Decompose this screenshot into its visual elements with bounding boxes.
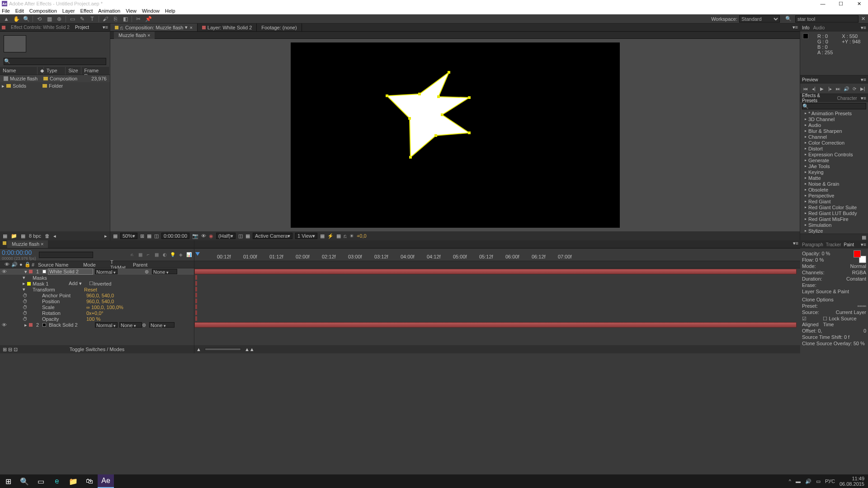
effects-category[interactable]: Red Giant	[800, 198, 868, 204]
effects-category[interactable]: Simulation	[800, 222, 868, 228]
project-search-input[interactable]: 🔍	[4, 58, 106, 65]
stopwatch-icon[interactable]: ⏱	[23, 305, 28, 310]
composition-viewport[interactable]	[110, 39, 800, 231]
edge-icon[interactable]: e	[49, 474, 65, 488]
flowchart-icon[interactable]: ⎌	[344, 233, 347, 239]
fast-preview-icon[interactable]: ⚡	[327, 233, 334, 239]
effects-category[interactable]: Keying	[800, 169, 868, 175]
tab-audio[interactable]: Audio	[813, 25, 825, 30]
pixel-aspect-icon[interactable]: ▦	[320, 233, 325, 239]
bpc-label[interactable]: 8 bpc	[29, 233, 41, 239]
menu-edit[interactable]: Edit	[15, 8, 24, 14]
tab-footage[interactable]: Footage: (none)	[257, 23, 302, 31]
col-source-name[interactable]: Source Name	[35, 262, 80, 267]
explorer-icon[interactable]: 📁	[65, 474, 81, 488]
panel-menu-icon[interactable]: ▾≡	[861, 95, 866, 101]
layer-name[interactable]: Black Solid 2	[48, 322, 93, 328]
opacity-value[interactable]: 100 %	[86, 316, 100, 322]
effects-category[interactable]: Noise & Grain	[800, 181, 868, 187]
timeline-switches-icon[interactable]: ⊞ ⊟ ⊡	[3, 347, 18, 352]
effects-category[interactable]: Color Correction	[800, 140, 868, 145]
lock-checkbox[interactable]: Lock Source Time	[823, 316, 856, 327]
effects-category[interactable]: Matte	[800, 175, 868, 181]
parent-pickwhip-icon[interactable]: ⊚	[145, 269, 150, 275]
anchor-value[interactable]: 960,0, 540,0	[86, 293, 114, 298]
grid-icon[interactable]: ▦	[147, 233, 151, 239]
camera-select[interactable]: Active Camera ▾	[253, 233, 292, 239]
prop-masks[interactable]: ▾Masks	[0, 275, 194, 281]
panel-menu-icon[interactable]: ▾≡	[791, 24, 800, 30]
panel-menu-icon[interactable]: ▾≡	[103, 24, 108, 30]
menu-composition[interactable]: Composition	[29, 8, 57, 14]
tab-layer[interactable]: Layer: White Solid 2	[198, 23, 257, 31]
menu-view[interactable]: View	[126, 8, 137, 14]
close-button[interactable]: ✕	[850, 0, 868, 7]
blend-mode-select[interactable]: Normal ▾	[95, 269, 118, 274]
position-value[interactable]: 960,0, 540,0	[86, 299, 114, 304]
prev-frame-button[interactable]: ◂|	[811, 85, 817, 92]
prop-scale[interactable]: ⏱Scale∞ 100,0, 100,0%	[0, 304, 194, 310]
layer-row-white-solid[interactable]: 👁 ▾ 1 White Solid 2 Normal ▾ ⊚ None ▾	[0, 268, 194, 275]
close-tab-icon[interactable]: ×	[189, 25, 192, 30]
offset-value[interactable]: Offset: 0,	[802, 328, 822, 333]
scale-value[interactable]: ∞ 100,0, 100,0%	[86, 305, 123, 310]
effects-category[interactable]: Expression Controls	[800, 151, 868, 157]
brush-tool-icon[interactable]: 🖌	[102, 15, 109, 23]
stopwatch-icon[interactable]: ⏱	[23, 299, 28, 304]
tab-tracker[interactable]: Tracker	[826, 242, 841, 247]
tab-info[interactable]: Info	[802, 25, 810, 30]
prop-opacity[interactable]: ⏱Opacity100 %	[0, 316, 194, 322]
notification-icon[interactable]: ▭	[816, 479, 821, 484]
menu-effect[interactable]: Effect	[80, 8, 93, 14]
interpret-icon[interactable]: ▦	[3, 233, 7, 239]
project-item-muzzle-flash[interactable]: Muzzle flash Composition 23,976	[0, 75, 110, 82]
effects-category[interactable]: Red Giant Color Suite	[800, 204, 868, 210]
timeline-tab[interactable]: Muzzle flash ×	[7, 240, 48, 248]
close-icon[interactable]: ×	[41, 241, 43, 247]
stopwatch-icon[interactable]: ⏱	[23, 293, 28, 298]
mask-icon[interactable]: ◫	[154, 233, 159, 239]
effects-category[interactable]: Stylize	[800, 228, 868, 234]
clone-tool-icon[interactable]: ⎘	[112, 15, 119, 23]
new-comp-icon[interactable]: ▦	[21, 233, 25, 239]
panel-menu-icon[interactable]: ▾≡	[861, 77, 866, 83]
zoom-out-icon[interactable]: ▲	[196, 347, 201, 352]
tab-preview[interactable]: Preview	[802, 77, 818, 82]
paint-mode-select[interactable]: Normal	[850, 263, 866, 269]
blend-mode-select[interactable]: Normal ▾	[95, 322, 118, 328]
transparency-icon[interactable]: ▦	[245, 233, 250, 239]
timeline-search-input[interactable]	[39, 252, 93, 258]
source-select[interactable]: Current Layer	[836, 310, 866, 315]
channel-icon[interactable]: ◉	[209, 233, 213, 239]
col-type[interactable]: Type	[44, 67, 66, 75]
twirl-icon[interactable]: ▸	[23, 281, 25, 286]
tab-character[interactable]: Character	[837, 96, 857, 101]
toggle-switches-button[interactable]: Toggle Switches / Modes	[70, 347, 125, 352]
start-button[interactable]: ⊞	[0, 474, 16, 488]
col-name[interactable]: Name	[0, 67, 38, 75]
tab-composition[interactable]: ⎌ Composition: Muzzle flash ▾ ×	[110, 23, 198, 31]
zoom-tool-icon[interactable]: 🔍	[23, 15, 30, 23]
next-frame-button[interactable]: |▸	[827, 85, 833, 92]
auto-keyframe-icon[interactable]: ◈	[178, 252, 184, 258]
zoom-select[interactable]: 50% ▾	[120, 233, 137, 239]
aligned-checkbox[interactable]: Aligned	[802, 322, 819, 327]
maximize-button[interactable]: ☐	[832, 0, 850, 7]
after-effects-icon[interactable]: Ae	[98, 474, 114, 488]
menu-animation[interactable]: Animation	[98, 8, 120, 14]
mask-star-shape[interactable]	[383, 70, 474, 160]
network-icon[interactable]: ▬	[796, 479, 801, 484]
parent-pickwhip-icon[interactable]: ⊚	[142, 322, 147, 328]
snapshot-icon[interactable]: 📷	[192, 233, 198, 239]
draft3d-icon[interactable]: ▦	[137, 252, 143, 258]
prop-mask1[interactable]: ▸ Mask 1 Add ▾ ☐ Inverted	[0, 281, 194, 286]
effects-category[interactable]: 3D Channel	[800, 116, 868, 122]
layer-bar-1[interactable]	[194, 268, 800, 275]
inverted-checkbox[interactable]: Inverted	[94, 281, 112, 286]
graph-editor-icon[interactable]: 📊	[186, 252, 192, 258]
new-folder-icon[interactable]: 📁	[11, 233, 17, 239]
first-frame-button[interactable]: ⏮	[802, 85, 809, 92]
search-button[interactable]: 🔍	[16, 474, 33, 488]
time-ruler[interactable]: 00:12f01:00f01:12f02:00f02:12f03:00f03:1…	[194, 249, 800, 261]
brainstorm-icon[interactable]: 💡	[170, 252, 176, 258]
